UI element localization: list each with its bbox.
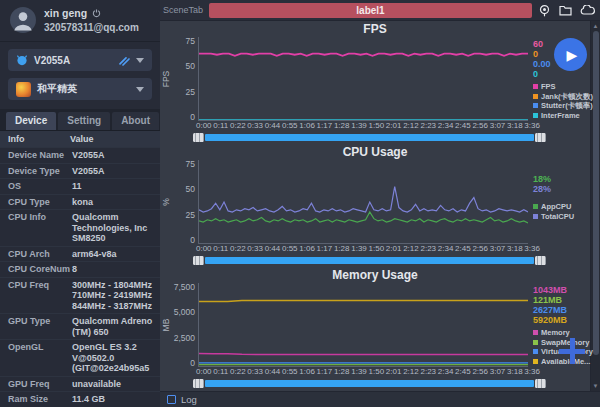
chevron-down-icon [136,87,144,92]
x-tick-label: 1:06 [299,244,315,254]
y-axis-label: FPS [160,37,172,121]
logout-power-icon[interactable] [92,9,101,18]
legend-item: TotalCPU [533,212,590,222]
x-tick-label: 3:07 [490,121,506,131]
fps-chart: FPS FPS 7550250 ▶ 6000.000 FPSJank(卡顿次数)… [160,21,590,144]
series-TotalCPU [199,187,528,212]
cpu-current-values: 18%28% [533,174,590,194]
scrollbar-grip-left[interactable] [193,379,204,388]
x-tick-label: 0:00 [196,244,212,254]
legend-label: Stutter(卡顿率) [541,101,593,111]
table-row: CPU InfoQualcomm Technologies, Inc SM825… [0,209,160,246]
scroll-down-icon[interactable]: ▼ [593,382,599,390]
info-cell: Ram Size [0,394,70,405]
fps-current-values: 6000.000 [533,39,557,79]
current-value: 18% [533,174,590,184]
scrollbar-grip-right[interactable] [535,379,546,388]
fps-plot[interactable] [198,37,528,121]
x-tick-label: 0:33 [247,367,263,377]
table-row: CPU Freq300MHz - 1804MHz 710MHz - 2419MH… [0,277,160,314]
scrollbar-track[interactable] [205,134,534,141]
x-tick-label: 2:56 [472,367,488,377]
value-cell: unavailable [70,379,160,390]
scrollbar-thumb[interactable] [593,31,599,355]
memory-chart: Memory Usage MB 7,5005,0002,5000 1043MB1… [160,267,590,390]
table-row: CPU CoreNum8 [0,261,160,277]
info-cell: CPU CoreNum [0,264,70,275]
fps-side-panel: ▶ 6000.000 FPSJank(卡顿次数)Stutter(卡顿率)Inte… [528,37,590,121]
x-tick-label: 1:50 [369,367,385,377]
memory-scrollbar[interactable] [193,378,546,388]
x-tick-label: 1:50 [369,121,385,131]
fps-scrollbar[interactable] [193,132,546,142]
legend-swatch [533,359,538,364]
scrollbar-track[interactable] [205,380,534,387]
play-button[interactable]: ▶ [554,38,587,71]
device-select-value: V2055A [34,55,112,66]
y-tick-label: 75 [186,37,195,45]
legend-swatch [533,94,538,99]
x-tick-label: 1:06 [299,367,315,377]
game-app-icon [16,82,31,97]
scene-tab-label[interactable]: SceneTab [163,5,203,15]
legend-swatch [533,349,538,354]
column-header: Value [70,134,94,144]
memory-plot[interactable] [198,283,528,367]
legend-label: Jank(卡顿次数) [541,92,593,102]
x-tick-label: 0:11 [213,121,228,131]
x-tick-label: 1:28 [334,244,350,254]
legend-label: AppCPU [541,202,571,212]
scrollbar-grip-right[interactable] [535,256,546,265]
user-email: 320578311@qq.com [44,22,150,33]
vertical-scrollbar[interactable]: ▲ ▼ [590,21,600,391]
tab-setting[interactable]: Setting [58,112,110,130]
scrollbar-track[interactable] [205,257,534,264]
avatar [10,7,36,33]
cpu-side-panel: 18%28% AppCPUTotalCPU [528,160,590,244]
table-row: CPU Typekona [0,194,160,210]
x-tick-label: 1:39 [351,121,367,131]
scrollbar-grip-left[interactable] [193,133,204,142]
edit-pen-icon[interactable] [118,54,130,66]
device-select[interactable]: V2055A [8,49,152,71]
scroll-up-icon[interactable]: ▲ [593,22,599,30]
fps-legend: FPSJank(卡顿次数)Stutter(卡顿率)InterFrame [533,82,590,120]
series-Memory [199,354,528,355]
info-cell: OpenGL [0,342,70,374]
x-tick-label: 0:44 [265,121,281,131]
device-android-icon [16,54,28,66]
scene-label-text: label1 [356,5,384,16]
chevron-down-icon [136,58,144,63]
y-tick-label: 0 [190,236,195,244]
value-cell: kona [70,197,160,208]
scene-label[interactable]: label1 [209,3,532,18]
x-tick-label: 2:12 [403,367,419,377]
cpu-scrollbar[interactable] [193,255,546,265]
tab-about[interactable]: About [112,112,159,130]
cpu-plot[interactable] [198,160,528,244]
x-tick-label: 2:23 [420,244,436,254]
log-checkbox[interactable] [167,395,176,404]
y-tick-label: 0 [190,359,195,367]
folder-icon[interactable] [559,5,572,16]
x-tick-label: 2:01 [386,244,402,254]
x-tick-label: 0:22 [230,244,246,254]
tab-device[interactable]: Device [6,112,56,130]
scrollbar-grip-left[interactable] [193,256,204,265]
add-marker-plus-icon[interactable] [559,338,585,364]
x-tick-label: 3:36 [524,367,540,377]
scrollbar-grip-right[interactable] [535,133,546,142]
legend-item: FPS [533,82,590,92]
location-icon[interactable] [538,4,551,17]
legend-item: Jank(卡顿次数) [533,92,590,102]
value-cell: Qualcomm Technologies, Inc SM8250 [70,212,160,244]
table-row: OpenGLOpenGL ES 3.2 V@0502.0 (GIT@02e24b… [0,339,160,376]
game-select[interactable]: 和平精英 [8,78,152,100]
game-select-value: 和平精英 [37,82,130,96]
x-tick-label: 0:22 [230,121,246,131]
cloud-icon[interactable] [580,5,595,15]
x-tick-label: 3:18 [507,244,523,254]
memory-side-panel: 1043MB121MB2627MB5920MB MemorySwapMemory… [528,283,590,367]
x-tick-label: 2:34 [438,244,454,254]
sidebar: xin geng 320578311@qq.com V2055A 和平精英 [0,0,160,407]
